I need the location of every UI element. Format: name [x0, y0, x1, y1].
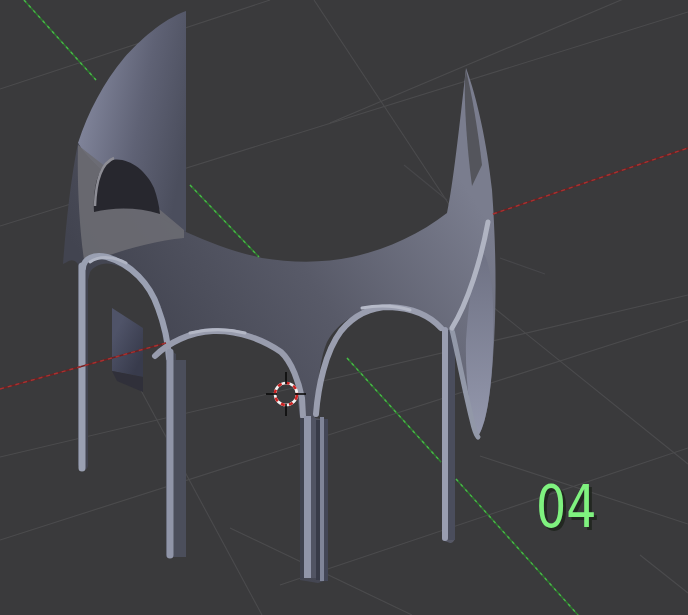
viewport-canvas: 04 04 [0, 0, 688, 615]
3d-viewport[interactable]: 04 04 [0, 0, 688, 615]
center-column-pair [300, 416, 328, 581]
frame-label: 04 [536, 473, 597, 541]
frame-number-stamp: 04 04 [536, 473, 600, 544]
pillar-shade-2 [448, 330, 455, 540]
